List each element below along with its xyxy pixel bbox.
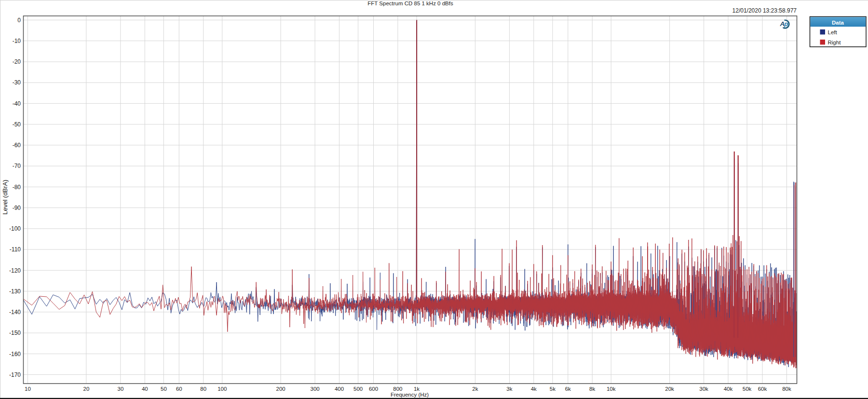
svg-text:50: 50 — [161, 386, 167, 392]
svg-text:-20: -20 — [13, 58, 21, 65]
svg-text:-150: -150 — [9, 330, 21, 336]
svg-text:-10: -10 — [13, 38, 21, 44]
svg-text:60k: 60k — [758, 386, 767, 392]
svg-text:80: 80 — [200, 386, 206, 392]
svg-text:-130: -130 — [9, 288, 21, 295]
svg-text:50k: 50k — [743, 386, 752, 392]
svg-text:3k: 3k — [506, 386, 512, 392]
svg-text:800: 800 — [393, 386, 402, 392]
svg-text:12/01/2020 13:23:58.977: 12/01/2020 13:23:58.977 — [732, 7, 797, 14]
svg-text:400: 400 — [335, 386, 344, 392]
svg-text:5k: 5k — [550, 386, 556, 392]
svg-text:60: 60 — [176, 386, 182, 392]
svg-text:-80: -80 — [13, 184, 21, 191]
svg-text:500: 500 — [353, 386, 363, 392]
svg-text:80k: 80k — [782, 386, 791, 392]
svg-text:Data: Data — [832, 20, 844, 26]
svg-text:-50: -50 — [13, 121, 21, 128]
svg-text:30: 30 — [118, 386, 124, 392]
svg-text:Frequency (Hz): Frequency (Hz) — [391, 392, 429, 398]
svg-text:200: 200 — [276, 386, 285, 392]
svg-text:20k: 20k — [665, 386, 674, 392]
svg-text:0: 0 — [17, 17, 21, 24]
svg-text:6k: 6k — [565, 386, 571, 392]
svg-text:-120: -120 — [9, 267, 21, 274]
svg-text:Right: Right — [828, 40, 841, 45]
svg-text:10: 10 — [25, 386, 31, 392]
svg-text:-70: -70 — [13, 163, 21, 169]
svg-text:30k: 30k — [699, 386, 708, 392]
svg-text:-100: -100 — [9, 225, 21, 232]
svg-text:-160: -160 — [9, 351, 21, 358]
svg-text:300: 300 — [311, 386, 320, 392]
svg-text:-170: -170 — [9, 371, 21, 378]
svg-text:Left: Left — [828, 29, 838, 35]
svg-text:2k: 2k — [472, 386, 478, 392]
svg-text:100: 100 — [217, 386, 227, 392]
svg-text:600: 600 — [369, 386, 378, 392]
svg-text:1k: 1k — [414, 386, 420, 392]
svg-text:Level (dBrA): Level (dBrA) — [1, 179, 9, 214]
svg-text:p: p — [784, 20, 788, 28]
svg-text:-90: -90 — [13, 205, 21, 211]
svg-text:FFT Spectrum CD 85 1 kHz 0 dBf: FFT Spectrum CD 85 1 kHz 0 dBfs — [367, 0, 453, 6]
svg-text:-60: -60 — [13, 142, 21, 149]
svg-text:-140: -140 — [9, 309, 21, 316]
svg-text:-40: -40 — [13, 100, 21, 107]
svg-text:10k: 10k — [607, 386, 616, 392]
svg-text:8k: 8k — [589, 386, 595, 392]
svg-text:40k: 40k — [724, 386, 733, 392]
svg-text:20: 20 — [83, 386, 90, 392]
svg-text:-110: -110 — [10, 246, 21, 253]
svg-text:40: 40 — [142, 386, 148, 392]
svg-text:4k: 4k — [531, 386, 537, 392]
svg-text:-30: -30 — [13, 79, 21, 86]
